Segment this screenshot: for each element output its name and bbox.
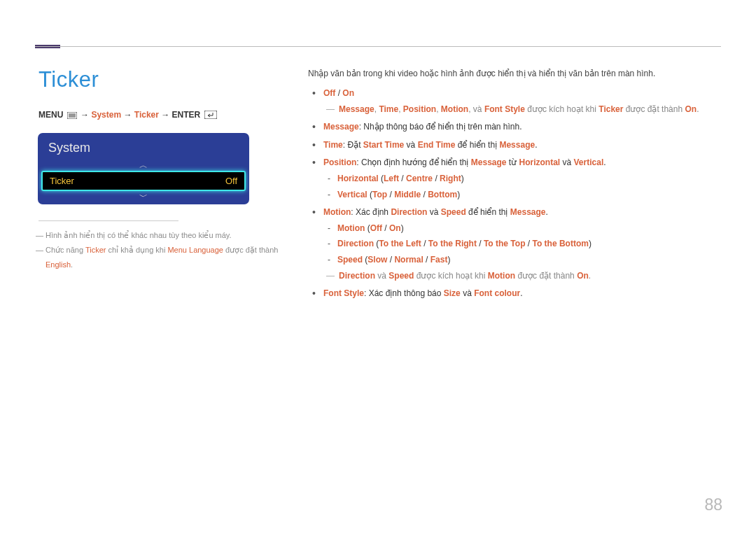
menu-path: MENU → System → Ticker → ENTER xyxy=(38,110,287,121)
osd-title: System xyxy=(38,134,248,160)
note-activate-motion: Direction và Speed được kích hoạt khi Mo… xyxy=(323,269,721,283)
header-divider xyxy=(35,46,721,47)
osd-down-arrow: ﹀ xyxy=(38,191,248,202)
opt-time: Time: Đặt Start Time và End Time để hiển… xyxy=(322,139,721,152)
path-system: System xyxy=(91,110,121,120)
enter-label: ENTER xyxy=(172,110,201,120)
opt-font-style: Font Style: Xác định thông báo Size và F… xyxy=(322,287,721,300)
osd-selected-row: Ticker Off xyxy=(41,171,246,191)
intro-text: Nhập văn bản trong khi video hoặc hình ả… xyxy=(308,67,721,80)
note-activate-ticker: Message, Time, Position, Motion, và Font… xyxy=(323,103,721,116)
opt-motion: Motion: Xác định Direction và Speed để h… xyxy=(322,206,721,282)
arrow: → xyxy=(123,110,132,120)
page-content: Ticker MENU → System → Ticker → ENTER Sy… xyxy=(38,67,721,305)
option-list: Off / On Message, Time, Position, Motion… xyxy=(308,87,721,300)
enter-icon xyxy=(204,111,217,121)
arrow: → xyxy=(161,110,169,120)
osd-row-label: Ticker xyxy=(50,176,74,186)
opt-motion-toggle: Motion (Off / On) xyxy=(337,222,721,235)
opt-motion-direction: Direction (To the Left / To the Right / … xyxy=(337,237,721,251)
opt-position-vertical: Vertical (Top / Middle / Bottom) xyxy=(337,188,721,202)
footnote-1: Hình ảnh hiển thị có thể khác nhau tùy t… xyxy=(38,228,287,243)
left-column: Ticker MENU → System → Ticker → ENTER Sy… xyxy=(38,67,308,305)
opt-position-horizontal: Horizontal (Left / Centre / Right) xyxy=(337,172,721,185)
opt-motion-speed: Speed (Slow / Normal / Fast) xyxy=(337,253,721,267)
opt-off-on: Off / On Message, Time, Position, Motion… xyxy=(322,87,721,115)
osd-up-arrow: ︿ xyxy=(38,160,248,171)
menu-icon xyxy=(67,111,77,121)
osd-row-value: Off xyxy=(225,176,237,186)
arrow: → xyxy=(80,110,89,120)
page-title: Ticker xyxy=(38,67,287,92)
osd-menu-preview: System ︿ Ticker Off ﹀ xyxy=(38,134,248,204)
opt-message: Message: Nhập thông báo để hiển thị trên… xyxy=(322,120,721,134)
svg-rect-4 xyxy=(204,111,217,119)
footnote-2: Chức năng Ticker chỉ khả dụng khi Menu L… xyxy=(38,243,287,272)
right-column: Nhập văn bản trong khi video hoặc hình ả… xyxy=(308,67,721,305)
path-ticker: Ticker xyxy=(134,110,159,120)
footnote-divider xyxy=(38,220,178,221)
page-number: 88 xyxy=(704,496,722,514)
opt-position: Position: Chọn định hướng để hiển thị Me… xyxy=(322,156,721,201)
menu-label: MENU xyxy=(38,110,63,120)
